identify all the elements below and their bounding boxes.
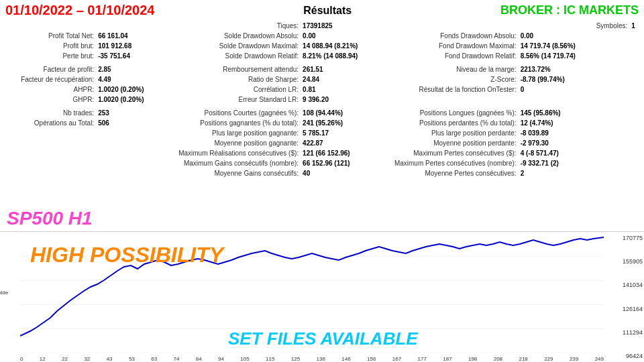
moyenne-gagnante-label: Moyenne position gagnante:: [155, 138, 301, 148]
x-label: 22: [62, 356, 68, 362]
perte-brut-label: Perte brut:: [5, 51, 96, 61]
max-real-consec-row: Maximum Réalisations consécutives ($): 1…: [5, 148, 639, 158]
solde-dd-max-label: Solde Drawdown Maximal:: [155, 41, 301, 51]
broker-info: BROKER : IC MARKETS: [500, 3, 639, 17]
fond-dd-max-val: 14 719.74 (8.56%): [519, 41, 588, 51]
moyenne-pos-row: Moyenne position gagnante: 422.87 Moyenn…: [5, 138, 639, 148]
ratio-sharpe-label: Ratio de Sharpe:: [155, 74, 301, 84]
tiques-val: 17391825: [301, 21, 370, 31]
moyenne-perdante-label: Moyenne position perdante:: [370, 138, 519, 148]
top-section: 01/10/2022 – 01/10/2024 Résultats BROKER…: [0, 0, 644, 180]
y-label-5: 111294: [605, 329, 643, 336]
chart-y-axis: 170775 155905 141034 126164 111294 96424: [604, 232, 644, 362]
x-label: 32: [84, 356, 90, 362]
x-label: 84: [196, 356, 202, 362]
perte-brut-row: Perte brut: -35 751.64 Solde Drawdown Re…: [5, 51, 639, 61]
x-label: 125: [291, 356, 300, 362]
zscore-label: Z-Score:: [370, 74, 519, 84]
results-title: Résultats: [154, 5, 500, 17]
moyenne-pertes-consec-val: 2: [519, 168, 588, 178]
profit-total-row: Profit Total Net: 66 161.04 Solde Drawdo…: [5, 31, 639, 41]
zscore-val: -8.78 (99.74%): [519, 74, 588, 84]
symboles-val: 1: [629, 21, 639, 31]
moyenne-gains-consec-row: Moyenne Gains consécutifs: 40 Moyenne Pe…: [5, 168, 639, 178]
remboursement-label: Remboursement attendu:: [155, 64, 301, 74]
date-range: 01/10/2022 – 01/10/2024: [5, 3, 154, 18]
profit-brut-row: Profit brut: 101 912.68 Solde Drawdown M…: [5, 41, 639, 51]
x-label: 177: [418, 356, 427, 362]
max-real-consec-val: 121 (66 152.96): [301, 148, 370, 158]
ghpr-label: GHPR:: [5, 95, 96, 105]
x-label: 187: [443, 356, 451, 362]
correlation-lr-label: Corrélation LR:: [155, 84, 301, 95]
x-label: 53: [129, 356, 135, 362]
y-label-4: 126164: [605, 306, 643, 312]
x-label: 146: [341, 356, 350, 362]
max-pertes-consec-label: Maximum Pertes consécutives ($):: [370, 148, 519, 158]
stats-table: Tiques: 17391825 Symboles: 1 Profit Tota…: [5, 21, 639, 178]
solde-dd-rel-label: Solde Drawdown Relatif:: [155, 51, 301, 61]
moyenne-gains-consec-val: 40: [301, 168, 370, 178]
header-row: 01/10/2022 – 01/10/2024 Résultats BROKER…: [5, 3, 639, 18]
x-label: 12: [40, 356, 46, 362]
plus-large-row: Plus large position gagnante: 5 785.17 P…: [5, 128, 639, 138]
facteur-profit-row: Facteur de profit: 2.85 Remboursement at…: [5, 64, 639, 74]
symboles-label: Symboles:: [588, 21, 629, 31]
side-label: Solde: [0, 290, 8, 296]
x-label: 208: [494, 356, 502, 362]
x-label: 0: [20, 356, 23, 362]
fond-dd-rel-label: Fond Drawdown Relatif:: [370, 51, 519, 61]
chart-x-axis: 0 12 22 32 43 53 63 74 84 94 105 115 125…: [20, 355, 604, 362]
moyenne-gagnante-val: 422.87: [301, 138, 370, 148]
profit-brut-label: Profit brut:: [5, 41, 96, 51]
nb-trades-val: 253: [96, 108, 154, 118]
ratio-sharpe-val: 24.84: [301, 74, 370, 84]
x-label: 63: [151, 356, 157, 362]
max-pertes-consec-nb-val: -9 332.71 (2): [519, 158, 588, 168]
plus-large-perdante-label: Plus large position perdante:: [370, 128, 519, 138]
x-label: 74: [174, 356, 180, 362]
max-gains-consec-label: Maximum Gains consécutifs (nombre):: [155, 158, 301, 168]
y-label-1: 170775: [605, 235, 643, 241]
tiques-row: Tiques: 17391825 Symboles: 1: [5, 21, 639, 31]
facteur-recup-val: 4.49: [96, 74, 154, 84]
nb-trades-label: Nb trades:: [5, 108, 96, 118]
fonds-dd-absolu-label: Fonds Drawdown Absolu:: [370, 31, 519, 41]
niveau-marge-val: 2213.72%: [519, 64, 588, 74]
facteur-recup-row: Facteur de récupération: 4.49 Ratio de S…: [5, 74, 639, 84]
x-label: 218: [519, 356, 527, 362]
x-label: 198: [468, 356, 477, 362]
x-label: 249: [595, 356, 604, 362]
x-label: 94: [218, 356, 224, 362]
max-pertes-consec-val: 4 (-8 571.47): [519, 148, 588, 158]
correlation-lr-val: 0.81: [301, 84, 370, 95]
remboursement-val: 261.51: [301, 64, 370, 74]
x-label: 167: [392, 356, 401, 362]
y-label-3: 141034: [605, 282, 643, 288]
solde-dd-absolu-val: 0.00: [301, 31, 370, 41]
resultat-ontester-label: Résultat de la fonction OnTester:: [370, 84, 519, 95]
x-label: 115: [266, 356, 274, 362]
nb-trades-row: Nb trades: 253 Positions Courtes (gagnée…: [5, 108, 639, 118]
max-real-consec-label: Maximum Réalisations consécutives ($):: [155, 148, 301, 158]
fond-dd-rel-val: 8.56% (14 719.74): [519, 51, 588, 61]
facteur-recup-label: Facteur de récupération:: [5, 74, 96, 84]
erreur-lr-val: 9 396.20: [301, 95, 370, 105]
plus-large-gagnante-val: 5 785.17: [301, 128, 370, 138]
solde-dd-rel-val: 8.21% (14 088.94): [301, 51, 370, 61]
solde-dd-absolu-label: Solde Drawdown Absolu:: [155, 31, 301, 41]
tiques-label: Tiques:: [155, 21, 301, 31]
set-files-label: SET FILES AVAILABLE: [228, 328, 418, 349]
sp500-label: SP500 H1: [7, 208, 93, 229]
perte-brut-val: -35 751.64: [96, 51, 154, 61]
pos-gagnantes-val: 241 (95.26%): [301, 118, 370, 128]
x-label: 105: [240, 356, 249, 362]
niveau-marge-label: Niveau de la marge:: [370, 64, 519, 74]
pos-longues-label: Positions Longues (gagnées %):: [370, 108, 519, 118]
profit-total-val: 66 161.04: [96, 31, 154, 41]
moyenne-perdante-val: -2 979.30: [519, 138, 588, 148]
max-pertes-consec-nb-label: Maximum Pertes consécutives (nombre):: [370, 158, 519, 168]
x-label: 229: [544, 356, 553, 362]
ahpr-val: 1.0020 (0.20%): [96, 84, 154, 95]
x-label: 43: [107, 356, 113, 362]
